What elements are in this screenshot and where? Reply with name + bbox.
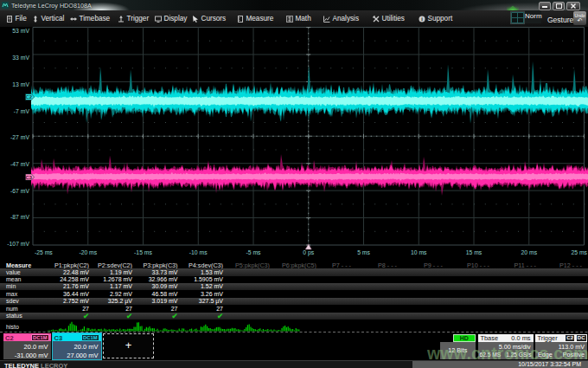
svg-text:5 ms: 5 ms <box>357 249 370 255</box>
svg-text:-5 ms: -5 ms <box>246 249 262 255</box>
svg-text:15 ms: 15 ms <box>466 249 483 255</box>
svg-text:-20 ms: -20 ms <box>79 249 97 255</box>
svg-text:-27 mV: -27 mV <box>10 134 29 140</box>
svg-text:-10 ms: -10 ms <box>189 249 208 255</box>
svg-text:-47 mV: -47 mV <box>10 161 29 167</box>
svg-text:13 mV: 13 mV <box>12 81 29 87</box>
svg-text:-67 mV: -67 mV <box>10 188 29 194</box>
svg-text:10 ms: 10 ms <box>411 249 427 255</box>
svg-text:-87 mV: -87 mV <box>10 214 29 220</box>
svg-text:0 ps: 0 ps <box>303 249 314 256</box>
svg-text:20 ms: 20 ms <box>521 249 538 255</box>
svg-text:25 ms: 25 ms <box>571 249 587 255</box>
svg-text:53 mV: 53 mV <box>12 28 29 34</box>
svg-text:C3: C3 <box>25 175 32 180</box>
svg-text:-15 ms: -15 ms <box>134 249 152 255</box>
svg-text:33 mV: 33 mV <box>12 55 29 61</box>
svg-text:-107 mV: -107 mV <box>7 241 29 247</box>
svg-text:-25 ms: -25 ms <box>35 249 53 255</box>
svg-text:-7 mV: -7 mV <box>14 108 30 114</box>
svg-text:C2: C2 <box>25 94 31 100</box>
